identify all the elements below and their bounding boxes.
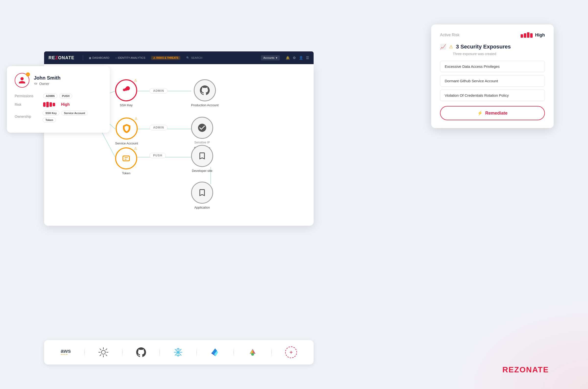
integration-github[interactable] <box>136 347 146 357</box>
token-warning-icon: ⚠ <box>134 146 137 150</box>
risk-row: Risk High <box>15 102 102 107</box>
svg-line-15 <box>100 349 101 350</box>
user-info: John Smith Owner <box>34 75 61 86</box>
level-bar-1 <box>521 34 523 38</box>
integration-gcp[interactable] <box>247 347 258 358</box>
divider-4 <box>197 347 197 357</box>
bell-icon[interactable]: 🔔 <box>286 56 290 60</box>
warning-triangle-icon: ⚠ <box>449 44 453 49</box>
risk-bars <box>43 102 55 107</box>
remediate-button[interactable]: ⚡ Remediate <box>440 106 545 120</box>
risk-level-text: High <box>61 102 70 107</box>
svg-point-10 <box>102 350 105 354</box>
token-label: Token <box>122 171 131 175</box>
level-bar-3 <box>527 32 529 38</box>
nav-item-risks[interactable]: ⚠ RISKS & THREATS <box>151 56 180 60</box>
node-ssh-key[interactable]: ⚠ SSH Key <box>115 79 137 107</box>
owner-sa: Service Account <box>61 111 88 116</box>
svg-rect-7 <box>123 156 130 161</box>
risk-bar-2 <box>46 102 49 107</box>
risk-bar-4 <box>53 103 55 106</box>
exposure-count: 3 Security Exposures <box>456 44 511 50</box>
level-bar-4 <box>530 33 533 38</box>
risk-bar-1 <box>43 102 46 107</box>
user-panel: ⚠ John Smith Owner Permissions ADMIN PUS… <box>7 66 110 133</box>
node-developer-site[interactable]: Developer-site <box>191 145 213 173</box>
menu-icon[interactable]: ☰ <box>306 56 309 60</box>
developer-site-label: Developer-site <box>192 169 212 173</box>
edge-push: PUSH <box>149 153 166 158</box>
svg-line-17 <box>105 349 107 350</box>
footer-logo: REZONATE <box>502 365 549 374</box>
permissions-tags: ADMIN PUSH <box>43 94 72 98</box>
edge-admin-2: ADMIN <box>149 125 168 130</box>
perm-push: PUSH <box>59 94 72 98</box>
integrations-bar: aws ▔▔▔ <box>44 340 313 364</box>
exposure-item-1[interactable]: Excessive Data Access Privileges <box>440 61 545 72</box>
level-bar-2 <box>524 33 526 38</box>
node-token[interactable]: ⚠ Token <box>115 147 137 175</box>
nav-icons: 🔔 ⚙ 👤 ☰ <box>286 56 309 60</box>
production-label: Production Account <box>191 103 218 107</box>
service-account-label: Service Account <box>115 141 138 145</box>
nav-accounts-dropdown[interactable]: Accounts ▾ <box>261 55 280 61</box>
exposure-subtitle: Three exposure was created <box>453 52 545 56</box>
application-label: Application <box>194 206 210 209</box>
owner-ssh: SSH Key <box>43 111 59 116</box>
permissions-row: Permissions ADMIN PUSH <box>15 94 102 98</box>
ownership-tags: SSH Key Service Account Token <box>43 111 102 122</box>
integration-snowflake[interactable] <box>173 347 183 357</box>
node-production[interactable]: Production Account <box>191 79 218 107</box>
exposure-item-2[interactable]: Dormant Github Service Account <box>440 75 545 87</box>
divider-1 <box>84 347 85 357</box>
trend-icon: 📈 <box>440 44 446 50</box>
svg-point-28 <box>251 353 254 356</box>
integration-perplexity[interactable] <box>98 347 109 358</box>
divider-2 <box>122 347 123 357</box>
nav-item-identity[interactable]: ○ IDENTITY ANALYTICS <box>115 56 145 59</box>
user-icon[interactable]: 👤 <box>299 56 303 60</box>
divider-5 <box>234 347 234 357</box>
ssh-key-warning-icon: ⚠ <box>134 78 137 82</box>
active-risk-title: Active Risk <box>440 33 459 37</box>
node-service-account[interactable]: ⚠ Service Account <box>115 118 138 145</box>
service-account-warning-icon: ⚠ <box>135 117 138 120</box>
remediate-icon: ⚡ <box>477 110 483 116</box>
nav-item-search[interactable]: 🔍 SEARCH <box>186 56 202 60</box>
nav-logo: REZONATE <box>48 55 74 61</box>
edge-admin-1: ADMIN <box>149 88 168 94</box>
permissions-label: Permissions <box>15 94 39 98</box>
user-name: John Smith <box>34 75 61 81</box>
svg-line-18 <box>100 355 101 356</box>
ownership-label: Ownership <box>15 115 39 119</box>
integration-azure[interactable] <box>210 347 220 357</box>
risk-level-bars <box>521 32 533 38</box>
perm-admin: ADMIN <box>43 94 57 98</box>
exposure-header: 📈 ⚠ 3 Security Exposures <box>440 44 545 50</box>
ssh-key-label: SSH Key <box>120 103 133 107</box>
user-role: Owner <box>34 82 61 86</box>
integration-aws[interactable]: aws ▔▔▔ <box>61 348 71 357</box>
navbar: REZONATE ▦ DASHBOARD ○ IDENTITY ANALYTIC… <box>44 51 313 64</box>
exposure-item-3[interactable]: Violation Of Credentials Rotation Policy <box>440 90 545 101</box>
risk-panel-header: Active Risk High <box>440 32 545 38</box>
risk-level-label: High <box>535 32 545 38</box>
risk-panel: Active Risk High 📈 ⚠ 3 Security Exposure… <box>431 25 554 128</box>
divider-6 <box>272 347 272 357</box>
nav-item-dashboard[interactable]: ▦ DASHBOARD <box>89 56 109 59</box>
risk-bar-3 <box>49 102 52 107</box>
node-application[interactable]: Application <box>191 182 213 209</box>
add-integration-button[interactable]: + <box>285 346 297 358</box>
divider-3 <box>160 347 160 357</box>
risk-level-indicator: High <box>521 32 545 38</box>
owner-token: Token <box>43 118 56 122</box>
gear-icon[interactable]: ⚙ <box>293 56 296 60</box>
ownership-row: Ownership SSH Key Service Account Token <box>15 111 102 122</box>
nav-divider <box>83 55 83 60</box>
svg-line-16 <box>105 355 107 356</box>
user-avatar: ⚠ <box>15 73 29 88</box>
avatar-warning-badge: ⚠ <box>26 72 30 76</box>
code-repo-sublabel: Sensitive IP <box>194 141 210 144</box>
risk-label: Risk <box>15 102 39 106</box>
user-header: ⚠ John Smith Owner <box>15 73 102 88</box>
